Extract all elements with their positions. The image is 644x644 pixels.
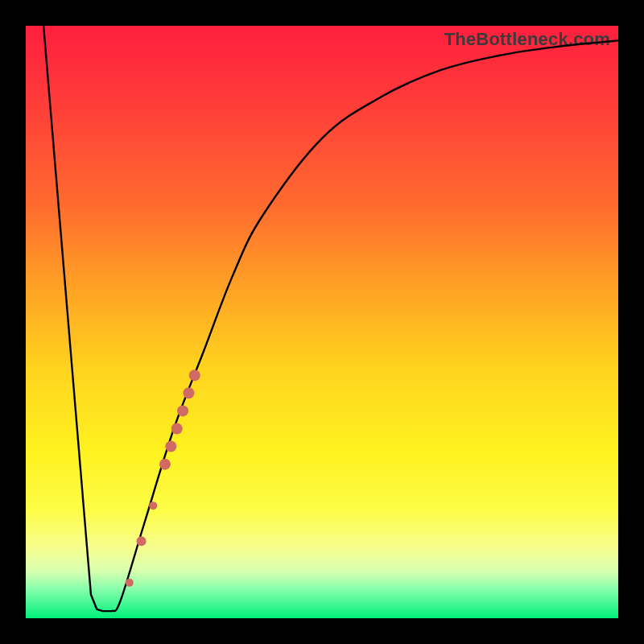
curve-marker xyxy=(171,423,183,434)
curve-marker xyxy=(149,502,157,510)
curve-marker xyxy=(177,405,188,416)
curve-marker xyxy=(137,536,147,546)
curve-svg xyxy=(26,26,618,618)
chart-frame: TheBottleneck.com xyxy=(0,0,644,644)
curve-marker xyxy=(183,387,194,398)
curve-markers xyxy=(126,369,200,587)
curve-marker xyxy=(189,369,200,381)
bottleneck-curve xyxy=(43,26,618,611)
curve-marker xyxy=(165,441,176,452)
curve-marker xyxy=(159,459,171,470)
curve-marker xyxy=(126,579,134,587)
plot-area: TheBottleneck.com xyxy=(26,26,618,618)
